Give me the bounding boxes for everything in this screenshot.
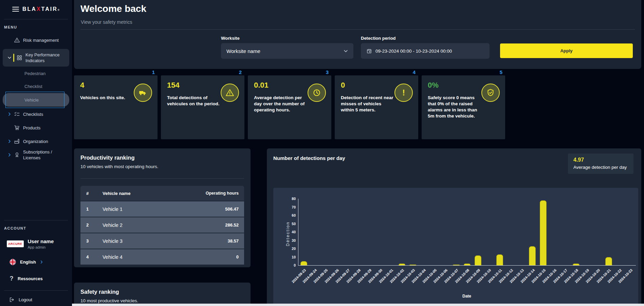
cell-operating-hours: 286.52 (225, 222, 244, 228)
sidebar-item-subscriptions-licenses[interactable]: Subscriptions / Licenses (0, 148, 72, 162)
sidebar-item-checklists[interactable]: Checklists (0, 107, 72, 121)
chevron-right-icon (7, 112, 12, 116)
uk-flag-icon (9, 258, 16, 266)
kpi-card-4: 0Detection of recent near misses of vehi… (335, 75, 418, 139)
user-name: User name (28, 238, 54, 244)
header-panel: Welcome back View your safety metrics Wo… (74, 0, 641, 69)
chevron-right-icon (7, 139, 12, 143)
bar-slot: 2024-09-30 (374, 199, 385, 265)
kpi-description: Detection of recent near misses of vehic… (341, 95, 394, 113)
kpi-step-number: 3 (248, 69, 331, 75)
productivity-subtitle: 10 vehicles with most operating hours. (80, 164, 159, 169)
sidebar-item-risk-management[interactable]: Risk management (0, 33, 72, 47)
logout-button[interactable]: Logout (0, 297, 32, 303)
bar-slot: 2024-10-07 (451, 199, 462, 265)
sidebar-item-products[interactable]: Products (0, 121, 72, 134)
kpi-card-5: 0%Safety score 0 means that 0% of the ra… (422, 75, 505, 139)
kpi-description: Vehicles on this site. (80, 95, 134, 101)
y-axis-label: Détection (286, 221, 290, 246)
table-row-vehicle-1: 1Vehicle 1506.47 (80, 201, 244, 217)
warning-triangle-icon (14, 37, 20, 43)
bar-slot: 2024-10-08 (462, 199, 473, 265)
worksite-dropdown[interactable]: Worksite name (221, 43, 353, 59)
average-detection-badge: 4.97 Average detection per day (568, 154, 633, 174)
logout-icon (9, 297, 15, 303)
bar-slot: 2024-10-02 (397, 199, 407, 265)
productivity-table: # Vehicle name Operating hours 1Vehicle … (80, 186, 244, 265)
bar-slot: 2024-10-03 (407, 199, 418, 265)
bar-2024-10-14 (529, 246, 536, 265)
sidebar-item-vehicle[interactable]: Vehicle (3, 93, 69, 107)
kpi-description: Total detections of vehicules on the per… (167, 95, 221, 107)
brand-row: BLAXTAIR® (0, 0, 72, 13)
y-axis-tick-label: 70 (292, 205, 296, 209)
sidebar-item-organization[interactable]: Organization (0, 134, 72, 148)
sidebar-menu: Risk managementKey Performance Indicator… (0, 33, 72, 162)
kpi-cell: 2154Total detections of vehicules on the… (161, 69, 244, 139)
kpi-card-2: 154Total detections of vehicules on the … (161, 75, 244, 139)
bar-slot: 2024-09-24 (309, 199, 320, 265)
bar-slot: 2024-10-04 (418, 199, 429, 265)
kpi-step-number: 1 (74, 69, 158, 75)
cell-vehicle-name: Vehicle 4 (103, 254, 236, 260)
bar-slot: 2024-10-14 (527, 199, 538, 265)
bar-slot: 2024-10-20 (592, 199, 603, 265)
sidebar-item-label: Products (23, 125, 40, 131)
bar-slot: 2024-09-29 (364, 199, 374, 265)
bar-2024-10-07 (453, 265, 460, 265)
resources-label: Ressources (18, 276, 43, 281)
sidebar-item-label: Checklists (23, 111, 43, 117)
y-axis-tick-label: 80 (292, 197, 296, 201)
divider (4, 220, 68, 220)
menu-section-label: MENU (4, 25, 72, 29)
sidebar-subitem-wrap: Vehicle (0, 93, 72, 107)
resources-item[interactable]: ? Ressources (0, 275, 72, 282)
bar-slot: 2024-10-10 (483, 199, 494, 265)
bar-slot: 2024-10-11 (494, 199, 505, 265)
factory-icon (14, 138, 20, 144)
arcure-logo: ARCURE (7, 240, 24, 247)
exclamation-icon: ! (394, 84, 413, 102)
kpi-step-number: 2 (161, 69, 244, 75)
page-title: Welcome back (80, 3, 146, 14)
sidebar-item-key-performance-indicators[interactable]: Key Performance Indicators (3, 49, 69, 67)
detection-period-field[interactable]: 09-23-2024 00:00 - 10-23-2024 00:00 (361, 43, 490, 59)
bar-slot: 2024-09-28 (353, 199, 364, 265)
bar-slot: 2024-09-27 (342, 199, 353, 265)
sidebar-item-pedestrian[interactable]: Pedestrian (0, 67, 72, 79)
user-role: App admin (28, 245, 54, 249)
sidebar-item-label: Risk management (23, 37, 59, 43)
kpi-cell: 50%Safety score 0 means that 0% of the r… (422, 69, 505, 139)
bars-container: 2024-09-232024-09-242024-09-252024-09-26… (298, 199, 636, 265)
hamburger-menu-icon[interactable] (12, 5, 19, 13)
x-axis-label: Date (298, 294, 636, 299)
apply-button[interactable]: Apply (500, 43, 633, 58)
divider (4, 290, 68, 291)
kpi-cell: 14Vehicles on this site. (74, 69, 158, 139)
worksite-label: Worksite (221, 36, 240, 41)
app-root: BLAXTAIR® MENU Risk managementKey Perfor… (0, 0, 644, 306)
language-selector[interactable]: English (0, 258, 72, 266)
sidebar-item-label: Organization (23, 139, 48, 144)
bar-2024-10-11 (496, 254, 503, 265)
bar-slot: 2024-10-19 (582, 199, 592, 265)
kpi-card-3: 0.01Average detection per day over the n… (248, 75, 331, 139)
sidebar-item-checklist[interactable]: Checklist (0, 80, 72, 92)
average-detection-value: 4.97 (573, 157, 628, 163)
average-detection-label: Average detection per day (573, 165, 628, 170)
horizontal-scrollbar[interactable] (72, 304, 644, 306)
user-account-row[interactable]: ARCURE User name App admin (0, 230, 72, 249)
bar-slot: 2024-09-23 (298, 199, 309, 265)
y-axis-tick-label: 40 (292, 230, 296, 234)
productivity-ranking-panel: Productivity ranking 10 vehicles with mo… (74, 148, 251, 267)
bar-slot: 2024-09-26 (331, 199, 342, 265)
divider (80, 178, 244, 179)
cell-rank: 1 (80, 206, 103, 212)
kpi-description: Average detection per day over the numbe… (254, 95, 308, 113)
column-header-rank: # (80, 191, 103, 196)
logout-label: Logout (19, 297, 32, 302)
language-label: English (20, 259, 36, 265)
bar-2024-10-15 (540, 200, 547, 265)
sidebar-bottom: ACCOUNT ARCURE User name App admin Engli… (0, 220, 72, 282)
bar-slot: 2024-09-25 (320, 199, 331, 265)
